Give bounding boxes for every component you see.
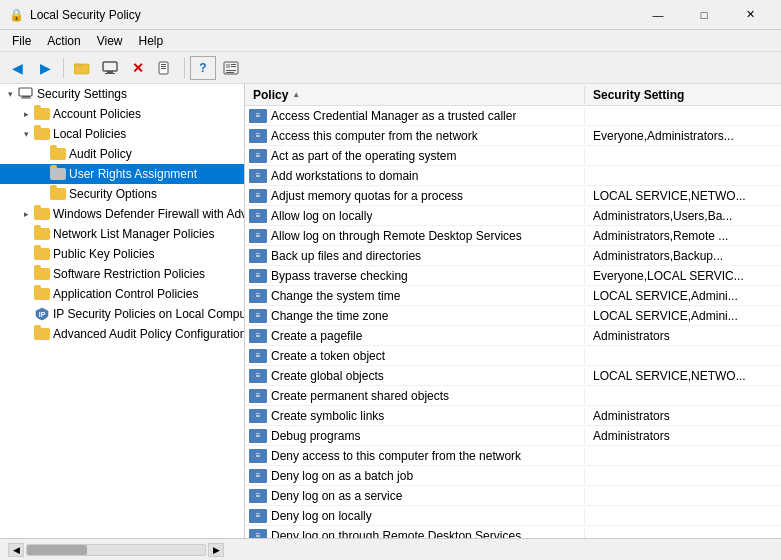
minimize-button[interactable]: —: [635, 0, 681, 30]
scroll-left-button[interactable]: ◀: [8, 543, 24, 557]
policy-icon: [249, 429, 267, 443]
help-button[interactable]: ?: [190, 56, 216, 80]
policy-label: Deny log on locally: [271, 509, 372, 523]
list-item[interactable]: Access this computer from the networkEve…: [245, 126, 781, 146]
policy-list[interactable]: Access Credential Manager as a trusted c…: [245, 106, 781, 538]
expand-arrow: ▾: [18, 129, 34, 139]
policy-label: Deny access to this computer from the ne…: [271, 449, 521, 463]
svg-rect-4: [105, 73, 115, 74]
horizontal-scrollbar[interactable]: [26, 544, 206, 556]
policy-cell: Back up files and directories: [245, 248, 585, 264]
list-item[interactable]: Create a token object: [245, 346, 781, 366]
sidebar-item-public-key[interactable]: ▸ Public Key Policies: [0, 244, 244, 264]
list-item[interactable]: Deny access to this computer from the ne…: [245, 446, 781, 466]
setting-cell: Administrators,Backup...: [585, 248, 781, 264]
list-item[interactable]: Deny log on through Remote Desktop Servi…: [245, 526, 781, 538]
export-button[interactable]: [153, 56, 179, 80]
policy-icon: [249, 109, 267, 123]
sidebar-item-security-settings[interactable]: ▾ Security Settings: [0, 84, 244, 104]
sidebar-item-label: User Rights Assignment: [69, 167, 197, 181]
maximize-button[interactable]: □: [681, 0, 727, 30]
sidebar-item-label: Network List Manager Policies: [53, 227, 214, 241]
list-item[interactable]: Back up files and directoriesAdministrat…: [245, 246, 781, 266]
monitor-button[interactable]: [97, 56, 123, 80]
sidebar-item-audit-policy[interactable]: ▸ Audit Policy: [0, 144, 244, 164]
list-item[interactable]: Adjust memory quotas for a processLOCAL …: [245, 186, 781, 206]
policy-cell: Change the time zone: [245, 308, 585, 324]
sidebar-item-software-restriction[interactable]: ▸ Software Restriction Policies: [0, 264, 244, 284]
list-item[interactable]: Create symbolic linksAdministrators: [245, 406, 781, 426]
policy-label: Add workstations to domain: [271, 169, 418, 183]
menu-file[interactable]: File: [4, 32, 39, 50]
svg-rect-16: [22, 96, 30, 98]
sidebar-item-security-options[interactable]: ▸ Security Options: [0, 184, 244, 204]
menu-help[interactable]: Help: [131, 32, 172, 50]
policy-label: Change the system time: [271, 289, 400, 303]
svg-text:IP: IP: [39, 311, 46, 318]
policy-icon: [249, 169, 267, 183]
back-button[interactable]: ◀: [4, 56, 30, 80]
scroll-right-button[interactable]: ▶: [208, 543, 224, 557]
setting-cell: [585, 535, 781, 537]
list-item[interactable]: Add workstations to domain: [245, 166, 781, 186]
setting-cell: Administrators: [585, 328, 781, 344]
properties-button[interactable]: [218, 56, 244, 80]
monitor-icon: [18, 86, 34, 102]
list-item[interactable]: Act as part of the operating system: [245, 146, 781, 166]
list-item[interactable]: Create a pagefileAdministrators: [245, 326, 781, 346]
policy-cell: Create a pagefile: [245, 328, 585, 344]
policy-icon: [249, 409, 267, 423]
delete-button[interactable]: ✕: [125, 56, 151, 80]
sidebar-item-account-policies[interactable]: ▸ Account Policies: [0, 104, 244, 124]
svg-rect-1: [74, 64, 81, 66]
list-item[interactable]: Deny log on locally: [245, 506, 781, 526]
policy-icon: [249, 509, 267, 523]
policy-label: Change the time zone: [271, 309, 388, 323]
close-button[interactable]: ✕: [727, 0, 773, 30]
list-item[interactable]: Bypass traverse checkingEveryone,LOCAL S…: [245, 266, 781, 286]
open-folder-button[interactable]: [69, 56, 95, 80]
folder-icon: [34, 126, 50, 142]
list-item[interactable]: Deny log on as a batch job: [245, 466, 781, 486]
policy-cell: Deny log on as a batch job: [245, 468, 585, 484]
sidebar-item-advanced-audit[interactable]: ▸ Advanced Audit Policy Configuration: [0, 324, 244, 344]
sidebar-item-local-policies[interactable]: ▾ Local Policies: [0, 124, 244, 144]
sidebar-item-label: Windows Defender Firewall with Adva: [53, 207, 245, 221]
horizontal-scroll-area: ◀ ▶: [8, 543, 248, 557]
sidebar-item-label: IP Security Policies on Local Compute: [53, 307, 245, 321]
sidebar-item-user-rights-assignment[interactable]: ▸ User Rights Assignment: [0, 164, 244, 184]
list-item[interactable]: Create permanent shared objects: [245, 386, 781, 406]
list-item[interactable]: Debug programsAdministrators: [245, 426, 781, 446]
policy-label: Create permanent shared objects: [271, 389, 449, 403]
list-item[interactable]: Allow log on through Remote Desktop Serv…: [245, 226, 781, 246]
menu-view[interactable]: View: [89, 32, 131, 50]
policy-cell: Bypass traverse checking: [245, 268, 585, 284]
list-item[interactable]: Deny log on as a service: [245, 486, 781, 506]
sidebar-item-application-control[interactable]: ▸ Application Control Policies: [0, 284, 244, 304]
setting-cell: LOCAL SERVICE,NETWO...: [585, 188, 781, 204]
window-title: Local Security Policy: [30, 8, 635, 22]
forward-button[interactable]: ▶: [32, 56, 58, 80]
setting-cell: [585, 495, 781, 497]
sidebar-item-network-list[interactable]: ▸ Network List Manager Policies: [0, 224, 244, 244]
list-item[interactable]: Change the system timeLOCAL SERVICE,Admi…: [245, 286, 781, 306]
policy-column-header: Policy ▲: [245, 86, 585, 104]
list-item[interactable]: Allow log on locallyAdministrators,Users…: [245, 206, 781, 226]
sidebar-item-ip-security[interactable]: ▸ IP IP Security Policies on Local Compu…: [0, 304, 244, 324]
policy-icon: [249, 369, 267, 383]
setting-cell: Everyone,LOCAL SERVIC...: [585, 268, 781, 284]
folder-icon: [50, 186, 66, 202]
policy-icon: [249, 449, 267, 463]
list-item[interactable]: Change the time zoneLOCAL SERVICE,Admini…: [245, 306, 781, 326]
status-bar: ◀ ▶: [0, 538, 781, 560]
policy-label: Back up files and directories: [271, 249, 421, 263]
sidebar-item-label: Application Control Policies: [53, 287, 198, 301]
list-item[interactable]: Access Credential Manager as a trusted c…: [245, 106, 781, 126]
folder-icon: [50, 146, 66, 162]
list-item[interactable]: Create global objectsLOCAL SERVICE,NETWO…: [245, 366, 781, 386]
svg-rect-8: [161, 68, 166, 69]
menu-action[interactable]: Action: [39, 32, 88, 50]
policy-label: Create global objects: [271, 369, 384, 383]
sidebar-item-windows-defender[interactable]: ▸ Windows Defender Firewall with Adva: [0, 204, 244, 224]
policy-label: Bypass traverse checking: [271, 269, 408, 283]
